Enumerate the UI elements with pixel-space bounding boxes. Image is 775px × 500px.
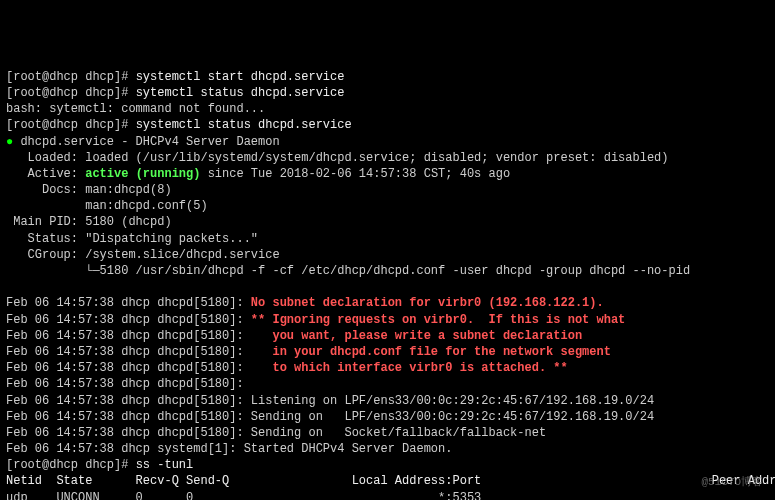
log-warn: ** Ignoring requests on virbr0. If this … — [251, 313, 625, 327]
command: systemctl status dhcpd.service — [136, 118, 352, 132]
log-warn: in your dhcpd.conf file for the network … — [251, 345, 611, 359]
shell-prompt: [root@dhcp dhcp]# — [6, 458, 128, 472]
shell-prompt: [root@dhcp dhcp]# — [6, 86, 128, 100]
log-line: Feb 06 14:57:38 dhcp dhcpd[5180]: — [6, 296, 251, 310]
log-line: Feb 06 14:57:38 dhcp systemd[1]: Started… — [6, 442, 452, 456]
log-line: Feb 06 14:57:38 dhcp dhcpd[5180]: — [6, 329, 251, 343]
ss-header: Netid State Recv-Q Send-Q Local Address:… — [6, 474, 775, 488]
log-warn: you want, please write a subnet declarat… — [251, 329, 582, 343]
ss-row: udp UNCONN 0 0 *:5353 *:* — [6, 491, 775, 500]
log-line: Feb 06 14:57:38 dhcp dhcpd[5180]: Sendin… — [6, 426, 546, 440]
log-line: Feb 06 14:57:38 dhcp dhcpd[5180]: Listen… — [6, 394, 654, 408]
log-line: Feb 06 14:57:38 dhcp dhcpd[5180]: — [6, 377, 251, 391]
command: sytemctl status dhcpd.service — [136, 86, 345, 100]
log-warn: to which interface virbr0 is attached. *… — [251, 361, 568, 375]
cgroup-line: CGroup: /system.slice/dhcpd.service — [6, 248, 280, 262]
log-line: Feb 06 14:57:38 dhcp dhcpd[5180]: — [6, 345, 251, 359]
status-text: Status: "Dispatching packets..." — [6, 232, 258, 246]
shell-prompt: [root@dhcp dhcp]# — [6, 70, 128, 84]
loaded-line: Loaded: loaded (/usr/lib/systemd/system/… — [6, 151, 669, 165]
shell-prompt: [root@dhcp dhcp]# — [6, 118, 128, 132]
log-line: Feb 06 14:57:38 dhcp dhcpd[5180]: Sendin… — [6, 410, 654, 424]
active-value: active (running) — [85, 167, 200, 181]
log-line: Feb 06 14:57:38 dhcp dhcpd[5180]: — [6, 361, 251, 375]
unit-title: dhcpd.service - DHCPv4 Server Daemon — [13, 135, 279, 149]
watermark: @51CTO博客 — [701, 475, 763, 490]
cgroup-cmd: └─5180 /usr/sbin/dhcpd -f -cf /etc/dhcp/… — [6, 264, 690, 278]
command: ss -tunl — [136, 458, 194, 472]
log-line: Feb 06 14:57:38 dhcp dhcpd[5180]: — [6, 313, 251, 327]
error-line: bash: sytemctl: command not found... — [6, 102, 265, 116]
docs-line: Docs: man:dhcpd(8) — [6, 183, 172, 197]
log-warn: No subnet declaration for virbr0 (192.16… — [251, 296, 604, 310]
docs-line: man:dhcpd.conf(5) — [6, 199, 208, 213]
active-label: Active: — [6, 167, 85, 181]
active-since: since Tue 2018-02-06 14:57:38 CST; 40s a… — [200, 167, 510, 181]
command: systemctl start dhcpd.service — [136, 70, 345, 84]
pid-line: Main PID: 5180 (dhcpd) — [6, 215, 172, 229]
